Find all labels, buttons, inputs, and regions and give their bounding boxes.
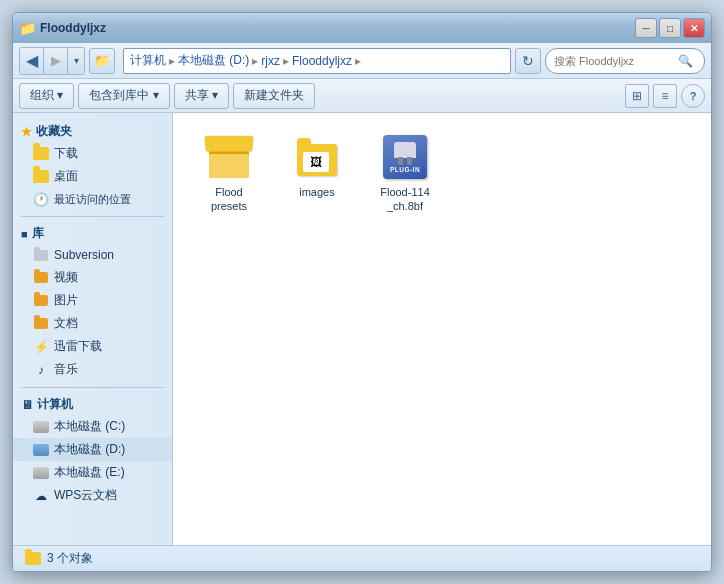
video-label: 视频 [54, 269, 78, 286]
sidebar-item-drive-c[interactable]: 本地磁盘 (C:) [13, 415, 172, 438]
search-box: 🔍 [545, 48, 705, 74]
recent-locations-button[interactable]: 📁 [89, 48, 115, 74]
sidebar-item-recent[interactable]: 🕐 最近访问的位置 [13, 188, 172, 210]
drive-e-icon [33, 465, 49, 481]
drive-c-label: 本地磁盘 (C:) [54, 418, 125, 435]
main-area: ★ 收藏夹 下载 桌面 🕐 最近访问的位置 [13, 113, 711, 545]
downloads-label: 下载 [54, 145, 78, 162]
desktop-label: 桌面 [54, 168, 78, 185]
title-controls: ─ □ ✕ [635, 18, 705, 38]
status-bar: 3 个对象 [13, 545, 711, 571]
organize-button[interactable]: 组织 ▾ [19, 83, 74, 109]
flood-presets-icon [205, 133, 253, 181]
sidebar-item-drive-e[interactable]: 本地磁盘 (E:) [13, 461, 172, 484]
breadcrumb-sep-3: ▸ [283, 54, 289, 68]
breadcrumb-rjxz[interactable]: rjxz [261, 54, 280, 68]
library-label: 库 [32, 225, 44, 242]
documents-icon [33, 316, 49, 332]
minimize-button[interactable]: ─ [635, 18, 657, 38]
search-input[interactable] [554, 55, 674, 67]
sidebar-item-video[interactable]: 视频 [13, 266, 172, 289]
explorer-window: 📁 Flooddyljxz ─ □ ✕ ◀ ▶ ▾ 📁 计算机 ▸ 本地磁盘 (… [12, 12, 712, 572]
thunder-icon: ⚡ [33, 339, 49, 355]
downloads-icon [33, 146, 49, 162]
sidebar-item-pictures[interactable]: 图片 [13, 289, 172, 312]
status-count: 3 个对象 [47, 550, 93, 567]
drive-d-label: 本地磁盘 (D:) [54, 441, 125, 458]
refresh-button[interactable]: ↻ [515, 48, 541, 74]
toolbar-right: ⊞ ≡ ? [625, 84, 705, 108]
documents-label: 文档 [54, 315, 78, 332]
title-bar: 📁 Flooddyljxz ─ □ ✕ [13, 13, 711, 43]
sidebar-item-documents[interactable]: 文档 [13, 312, 172, 335]
sidebar-item-music[interactable]: ♪ 音乐 [13, 358, 172, 381]
breadcrumb-computer[interactable]: 计算机 [130, 52, 166, 69]
recent-icon: 🕐 [33, 191, 49, 207]
subversion-label: Subversion [54, 248, 114, 262]
flood-plugin-label: Flood-114 _ch.8bf [380, 185, 430, 214]
library-header: ■ 库 [13, 221, 172, 244]
title-bar-left: 📁 Flooddyljxz [19, 20, 106, 36]
file-item-flood-presets[interactable]: Flood presets [189, 129, 269, 218]
pictures-icon [33, 293, 49, 309]
address-bar: ◀ ▶ ▾ 📁 计算机 ▸ 本地磁盘 (D:) ▸ rjxz ▸ Flooddy… [13, 43, 711, 79]
favorites-label: 收藏夹 [36, 123, 72, 140]
pictures-label: 图片 [54, 292, 78, 309]
images-icon: 🖼 [293, 133, 341, 181]
new-folder-button[interactable]: 新建文件夹 [233, 83, 315, 109]
flood-presets-label: Flood presets [211, 185, 247, 214]
content-area: Flood presets 🖼 images [173, 113, 711, 545]
wps-cloud-label: WPS云文档 [54, 487, 117, 504]
sidebar: ★ 收藏夹 下载 桌面 🕐 最近访问的位置 [13, 113, 173, 545]
sidebar-item-desktop[interactable]: 桌面 [13, 165, 172, 188]
include-lib-button[interactable]: 包含到库中 ▾ [78, 83, 169, 109]
wps-cloud-icon: ☁ [33, 488, 49, 504]
recent-label: 最近访问的位置 [54, 192, 131, 207]
drive-e-label: 本地磁盘 (E:) [54, 464, 125, 481]
file-item-images[interactable]: 🖼 images [277, 129, 357, 218]
star-icon: ★ [21, 125, 32, 139]
divider-1 [21, 216, 164, 217]
file-list: Flood presets 🖼 images [173, 113, 711, 545]
close-button[interactable]: ✕ [683, 18, 705, 38]
favorites-header: ★ 收藏夹 [13, 119, 172, 142]
breadcrumb-sep-2: ▸ [252, 54, 258, 68]
status-folder-icon [25, 552, 41, 565]
up-button[interactable]: ▾ [68, 48, 84, 74]
library-icon: ■ [21, 228, 28, 240]
music-icon: ♪ [33, 362, 49, 378]
subversion-icon [33, 247, 49, 263]
computer-header: 🖥 计算机 [13, 392, 172, 415]
sidebar-item-drive-d[interactable]: 本地磁盘 (D:) [13, 438, 172, 461]
library-section: ■ 库 Subversion [13, 221, 172, 381]
forward-button[interactable]: ▶ [44, 48, 68, 74]
breadcrumb-current[interactable]: Flooddyljxz [292, 54, 352, 68]
sidebar-item-subversion[interactable]: Subversion [13, 244, 172, 266]
sidebar-item-thunder[interactable]: ⚡ 迅雷下载 [13, 335, 172, 358]
file-item-flood-plugin[interactable]: PLUG-IN Flood-114 _ch.8bf [365, 129, 445, 218]
view-toggle-button[interactable]: ⊞ [625, 84, 649, 108]
computer-section: 🖥 计算机 本地磁盘 (C:) 本地磁盘 (D:) [13, 392, 172, 507]
favorites-section: ★ 收藏夹 下载 桌面 🕐 最近访问的位置 [13, 119, 172, 210]
breadcrumb-sep-4: ▸ [355, 54, 361, 68]
computer-icon: 🖥 [21, 398, 33, 412]
music-label: 音乐 [54, 361, 78, 378]
video-icon [33, 270, 49, 286]
images-label: images [299, 185, 334, 199]
back-button[interactable]: ◀ [20, 48, 44, 74]
details-view-button[interactable]: ≡ [653, 84, 677, 108]
nav-buttons: ◀ ▶ ▾ [19, 47, 85, 75]
computer-label: 计算机 [37, 396, 73, 413]
breadcrumb-drive-d[interactable]: 本地磁盘 (D:) [178, 52, 249, 69]
breadcrumb[interactable]: 计算机 ▸ 本地磁盘 (D:) ▸ rjxz ▸ Flooddyljxz ▸ [123, 48, 511, 74]
thunder-label: 迅雷下载 [54, 338, 102, 355]
share-button[interactable]: 共享 ▾ [174, 83, 229, 109]
sidebar-item-downloads[interactable]: 下载 [13, 142, 172, 165]
drive-d-icon [33, 442, 49, 458]
search-icon[interactable]: 🔍 [678, 54, 693, 68]
window-icon: 📁 [19, 20, 36, 36]
flood-plugin-icon: PLUG-IN [381, 133, 429, 181]
sidebar-item-wps-cloud[interactable]: ☁ WPS云文档 [13, 484, 172, 507]
maximize-button[interactable]: □ [659, 18, 681, 38]
help-button[interactable]: ? [681, 84, 705, 108]
